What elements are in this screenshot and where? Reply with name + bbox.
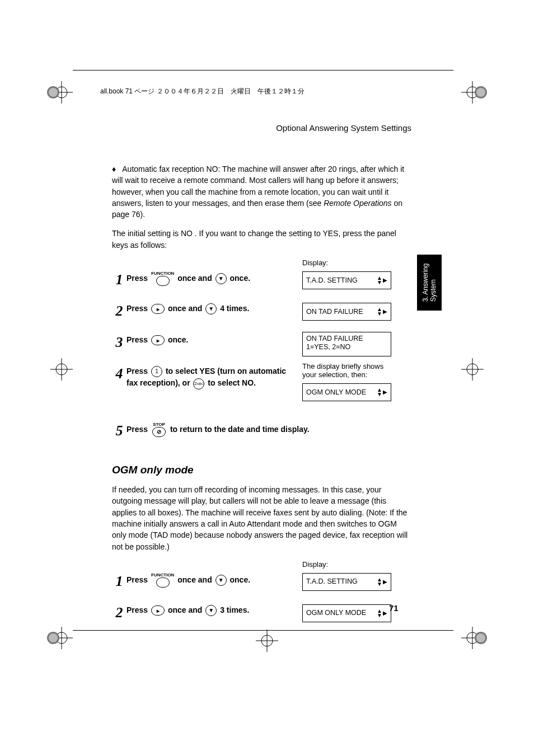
ogm-step-2: 2 Press ▸ once and ▼ 3 times. OGM ONLY M… — [112, 604, 411, 623]
crop-header-text: all.book 71 ページ ２００４年６月２２日 火曜日 午後１２時１分 — [98, 87, 307, 95]
display-text: ON TAD FAILURE 1=YES, 2=NO — [306, 335, 363, 351]
step-text: Press FUNCTION once and ▼ once. — [127, 271, 300, 286]
intro-paragraph: The initial setting is NO . If you want … — [112, 228, 411, 251]
step-text: Press FUNCTION once and ▼ once. — [127, 573, 300, 588]
bullet-text-italic: Remote Operations — [324, 199, 391, 208]
step-4: 4 Press 1 to select YES (turn on automat… — [112, 365, 411, 410]
scroll-arrows-icon: ▲▼▶ — [377, 388, 387, 397]
crop-header: all.book 71 ページ ２００４年６月２２日 火曜日 午後１２時１分 — [98, 87, 436, 96]
display-box: ON TAD FAILURE 1=YES, 2=NO — [302, 332, 391, 356]
scroll-arrows-icon: ▲▼▶ — [377, 609, 387, 618]
corner-dot-icon — [45, 630, 62, 646]
corner-dot-icon — [472, 84, 489, 101]
step-number: 2 — [112, 304, 127, 318]
display-box: OGM ONLY MODE ▲▼▶ — [302, 604, 391, 622]
display-box: T.A.D. SETTING ▲▼▶ — [302, 573, 391, 591]
page-number: 71 — [389, 603, 399, 613]
display-note: The display briefly shows your selection… — [302, 362, 397, 379]
right-key-icon: ▸ — [151, 605, 165, 616]
display-text: T.A.D. SETTING — [306, 577, 358, 586]
step-text: Press STOP ⊘ to return to the date and t… — [127, 422, 411, 437]
display-text: OGM ONLY MODE — [306, 609, 366, 617]
step-1: 1 Press FUNCTION once and ▼ once. T.A.D.… — [112, 271, 411, 290]
bullet-paragraph: ♦ Automatic fax reception NO: The machin… — [112, 163, 411, 220]
display-text: ON TAD FAILURE — [306, 308, 363, 316]
step-number: 5 — [112, 424, 127, 438]
stop-key-icon: STOP ⊘ — [151, 422, 167, 437]
step-number: 3 — [112, 335, 127, 350]
bullet-icon: ♦ — [112, 165, 116, 173]
display-box: T.A.D. SETTING ▲▼▶ — [302, 271, 391, 289]
step-5: 5 Press STOP ⊘ to return to the date and… — [112, 422, 411, 442]
display-label: Display: — [302, 259, 411, 267]
display-text: T.A.D. SETTING — [306, 276, 358, 285]
numeric-key-2-icon: 2ABC — [193, 378, 204, 389]
down-key-icon: ▼ — [216, 575, 227, 586]
function-key-icon: FUNCTION — [151, 573, 174, 588]
down-key-icon: ▼ — [216, 273, 227, 284]
step-number: 1 — [112, 574, 127, 589]
svg-point-28 — [476, 633, 485, 642]
corner-dot-icon — [45, 84, 62, 101]
scroll-arrows-icon: ▲▼▶ — [377, 276, 387, 285]
subsection-title: OGM only mode — [112, 464, 411, 476]
step-text: Press 1 to select YES (turn on automatic… — [127, 365, 300, 389]
numeric-key-1-icon: 1 — [151, 366, 162, 377]
corner-dot-icon — [472, 630, 489, 646]
display-box: ON TAD FAILURE ▲▼▶ — [302, 303, 391, 321]
section-header: Optional Answering System Settings — [112, 123, 411, 133]
right-key-icon: ▸ — [151, 335, 165, 345]
display-text: OGM ONLY MODE — [306, 388, 366, 397]
display-label: Display: — [302, 560, 411, 569]
svg-point-24 — [476, 88, 485, 97]
step-number: 1 — [112, 273, 127, 287]
step-text: Press ▸ once. — [127, 334, 300, 346]
step-2: 2 Press ▸ once and ▼ 4 times. ON TAD FAI… — [112, 303, 411, 322]
display-box: OGM ONLY MODE ▲▼▶ — [302, 383, 391, 401]
crop-mark-icon — [50, 358, 73, 381]
scroll-arrows-icon: ▲▼▶ — [377, 577, 387, 586]
scroll-arrows-icon: ▲▼▶ — [377, 307, 387, 316]
svg-point-26 — [49, 633, 58, 642]
ogm-paragraph: If needed, you can turn off recording of… — [112, 484, 411, 552]
side-tab-text: 3. Answering System — [421, 264, 437, 302]
step-number: 2 — [112, 605, 127, 620]
step-3: 3 Press ▸ once. ON TAD FAILURE 1=YES, 2=… — [112, 334, 411, 353]
down-key-icon: ▼ — [205, 303, 217, 314]
crop-mark-icon — [461, 358, 484, 381]
svg-point-22 — [49, 88, 58, 97]
down-key-icon: ▼ — [205, 605, 217, 616]
ogm-step-1: 1 Press FUNCTION once and ▼ once. T.A.D.… — [112, 573, 411, 592]
right-key-icon: ▸ — [151, 304, 165, 314]
step-number: 4 — [112, 367, 127, 381]
side-tab: 3. Answering System — [417, 255, 442, 311]
step-text: Press ▸ once and ▼ 4 times. — [127, 303, 300, 314]
step-text: Press ▸ once and ▼ 3 times. — [127, 604, 300, 616]
function-key-icon: FUNCTION — [151, 271, 174, 286]
